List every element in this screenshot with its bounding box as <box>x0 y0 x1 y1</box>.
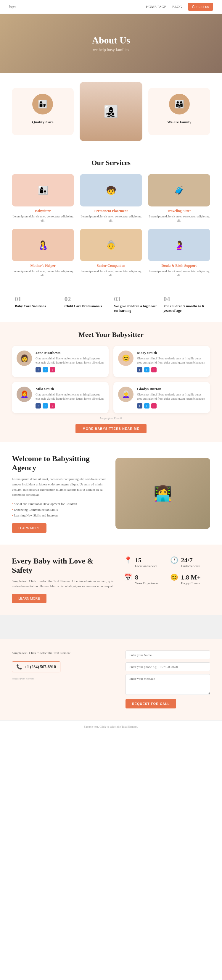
twitter-icon[interactable]: t <box>144 403 150 409</box>
service-doula-image: 🤰 <box>148 229 210 261</box>
sitter-1-avatar: 👩 <box>17 350 32 366</box>
instagram-icon[interactable]: i <box>151 403 157 409</box>
stats-section: Every Baby with Love & Safety Sample tex… <box>0 544 222 615</box>
service-senior-image: 👵 <box>80 229 142 261</box>
quality-care-image: 👩‍👧 <box>32 94 53 115</box>
service-babysitter-desc: Lorem ipsum dolor sit amet, consectetur … <box>12 215 74 223</box>
welcome-desc: Lorem ipsum dolor sit amet, consectetur … <box>12 477 107 497</box>
stat-clients-info: 1.8 M+ Happy Clients <box>181 574 201 585</box>
sitter-2-bio: Glae amet rhinci libero molestie ante ut… <box>137 356 205 365</box>
meet-grid: 👩 Jane Matthews Glae amet rhinci libero … <box>12 346 210 413</box>
bullet-item-2: Enhancing Communication Skills <box>12 507 107 513</box>
freepik-note: Images from Freepik <box>12 417 210 420</box>
twitter-icon[interactable]: t <box>43 367 48 372</box>
welcome-image: 👩‍💻 <box>115 458 210 529</box>
stat-location-label: Location Service <box>135 564 157 568</box>
service-traveling-title: Traveling Sitter <box>167 209 191 213</box>
list-item: 👩 Jane Matthews Glae amet rhinci libero … <box>12 346 109 377</box>
list-item: 🤱 Mother's Helper Lorem ipsum dolor sit … <box>12 229 74 277</box>
phone-input[interactable] <box>126 662 210 671</box>
sitter-3-name: Mila Smith <box>35 387 104 391</box>
sitter-1-social: f t i <box>35 367 104 372</box>
sitter-4-info: Gladys Burton Glae amet rhinci libero mo… <box>137 387 205 409</box>
calendar-icon: 📅 <box>124 574 132 581</box>
instagram-icon[interactable]: i <box>50 403 55 409</box>
hero-section: About Us we help busy families <box>0 14 222 73</box>
nav-blog[interactable]: BLOG <box>172 5 182 9</box>
number-2-num: 02 <box>64 295 109 303</box>
services-section: Our Services 👩‍👦 Babysitter Lorem ipsum … <box>0 150 222 286</box>
stat-care-num: 24/7 <box>181 557 200 564</box>
service-doula-desc: Lorem ipsum dolor sit amet, consectetur … <box>148 269 210 277</box>
number-3-label: We give children a big boost on learning <box>114 304 158 313</box>
sitter-1-info: Jane Matthews Glae amet rhinci libero mo… <box>35 350 104 372</box>
sitter-4-name: Gladys Burton <box>137 387 205 391</box>
instagram-icon[interactable]: i <box>50 367 55 372</box>
contact-freepik-note: Images from Freepik <box>12 677 113 680</box>
list-item: 👵 Senior Companion Lorem ipsum dolor sit… <box>80 229 142 277</box>
facebook-icon[interactable]: f <box>35 403 41 409</box>
services-title: Our Services <box>12 159 210 167</box>
quality-care-title: Quality Care <box>32 120 53 124</box>
sitter-4-social: f t i <box>137 403 205 409</box>
list-item: 🧒 Permanent Placement Lorem ipsum dolor … <box>80 174 142 223</box>
clock-icon: 🕐 <box>170 557 178 564</box>
sitter-3-info: Mila Smith Glae amet rhinci libero moles… <box>35 387 104 409</box>
twitter-icon[interactable]: t <box>43 403 48 409</box>
contact-section: Sample text. Click to select the Text El… <box>0 639 222 720</box>
contact-sample-text: Sample text. Click to select the Text El… <box>12 651 113 656</box>
stat-location-num: 15 <box>135 557 157 564</box>
service-permanent-image: 🧒 <box>80 174 142 207</box>
nav-home[interactable]: HOME PAGE <box>146 5 166 9</box>
twitter-icon[interactable]: t <box>144 367 150 372</box>
welcome-section: Welcome to Babysitting Agency Lorem ipsu… <box>0 442 222 544</box>
service-permanent-title: Permanent Placement <box>94 209 128 213</box>
nav-links: HOME PAGE BLOG Contact us <box>146 3 213 11</box>
number-3-num: 03 <box>114 295 158 303</box>
number-item-1: 01 Baby Care Solutions <box>12 295 62 313</box>
stat-location-info: 15 Location Service <box>135 557 157 568</box>
nav-cta-button[interactable]: Contact us <box>188 3 213 11</box>
number-2-label: Child Care Professionals <box>64 304 109 309</box>
sitter-1-bio: Glae amet rhinci libero molestie ante ut… <box>35 356 104 365</box>
bullet-item-3: Learning New Skills and Interests <box>12 512 107 519</box>
service-mother-image: 🤱 <box>12 229 74 261</box>
sitter-2-social: f t i <box>137 367 205 372</box>
number-item-4: 04 For children 5 months to 6 years of a… <box>161 295 211 313</box>
sitter-4-avatar: 👩‍🦳 <box>118 387 134 402</box>
feature-card-quality: 👩‍👧 Quality Care <box>12 88 74 135</box>
feature-cards: 👩‍👧 Quality Care 👩‍👧‍👦 👨‍👩‍👧 We are Fami… <box>0 73 222 150</box>
number-1-num: 01 <box>15 295 59 303</box>
message-input[interactable] <box>126 674 210 695</box>
service-permanent-desc: Lorem ipsum dolor sit amet, consectetur … <box>80 215 142 223</box>
stat-item-care: 🕐 24/7 Customer care <box>170 557 210 568</box>
number-item-3: 03 We give children a big boost on learn… <box>111 295 161 313</box>
instagram-icon[interactable]: i <box>151 367 157 372</box>
stats-learn-button[interactable]: LEARN MORE <box>12 594 46 603</box>
number-4-num: 04 <box>164 295 208 303</box>
list-item: 👩‍🦰 Mila Smith Glae amet rhinci libero m… <box>12 382 109 413</box>
contact-form: REQUEST FOR CALL <box>126 651 210 708</box>
service-babysitter-image: 👩‍👦 <box>12 174 74 207</box>
hero-title: About Us <box>92 35 130 46</box>
facebook-icon[interactable]: f <box>137 367 142 372</box>
sitter-2-info: Mary Smith Glae amet rhinci libero moles… <box>137 350 205 372</box>
facebook-icon[interactable]: f <box>35 367 41 372</box>
welcome-learn-button[interactable]: LEARN MORE <box>12 523 46 533</box>
more-babysitters-button[interactable]: MORE BABYSITTERS NEAR ME <box>75 424 146 433</box>
welcome-title: Welcome to Babysitting Agency <box>12 454 107 473</box>
phone-box: 📞 +1 (234) 567-8910 <box>12 662 61 672</box>
facebook-icon[interactable]: f <box>137 403 142 409</box>
list-item: 👩‍👦 Babysitter Lorem ipsum dolor sit ame… <box>12 174 74 223</box>
smile-icon: 😊 <box>170 574 178 581</box>
stat-exp-num: 8 <box>135 574 158 581</box>
bullet-item-1: Social and Emotional Development for Chi… <box>12 501 107 507</box>
stats-left: Every Baby with Love & Safety Sample tex… <box>12 557 115 603</box>
number-1-label: Baby Care Solutions <box>15 304 59 309</box>
bullet-list: Social and Emotional Development for Chi… <box>12 501 107 519</box>
name-input[interactable] <box>126 651 210 659</box>
submit-button[interactable]: REQUEST FOR CALL <box>126 699 176 708</box>
logo: logo <box>9 5 16 9</box>
hero-text: About Us we help busy families <box>92 35 130 52</box>
service-senior-desc: Lorem ipsum dolor sit amet, consectetur … <box>80 269 142 277</box>
